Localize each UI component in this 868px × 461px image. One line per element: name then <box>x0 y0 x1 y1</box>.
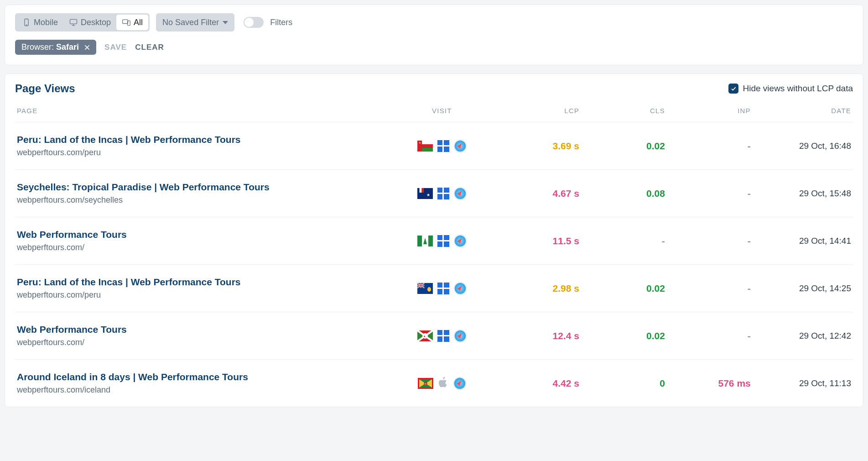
page-views-card: Page Views Hide views without LCP data P… <box>5 73 863 407</box>
safari-icon <box>454 140 467 152</box>
col-date[interactable]: DATE <box>755 107 851 115</box>
page-title-link[interactable]: Around Iceland in 8 days | Web Performan… <box>17 372 386 382</box>
visit-cell <box>390 235 494 247</box>
cls-value: 0.02 <box>584 141 665 152</box>
col-inp[interactable]: INP <box>670 107 751 115</box>
page-url: webperftours.com/iceland <box>17 385 386 395</box>
cls-value: 0.02 <box>584 283 665 294</box>
date-value: 29 Oct, 15:48 <box>755 189 851 199</box>
desktop-icon <box>69 18 78 27</box>
visit-cell <box>390 187 494 200</box>
inp-value: - <box>670 236 751 246</box>
page-cell: Peru: Land of the Incas | Web Performanc… <box>17 134 386 157</box>
filters-toggle[interactable] <box>244 17 264 28</box>
windows-icon <box>437 188 449 199</box>
safari-icon <box>454 330 467 342</box>
windows-icon <box>437 283 449 294</box>
hide-lcp-checkbox[interactable]: Hide views without LCP data <box>728 84 853 94</box>
table-row[interactable]: Around Iceland in 8 days | Web Performan… <box>15 360 853 407</box>
section-header: Page Views Hide views without LCP data <box>15 82 853 95</box>
windows-icon <box>437 330 449 342</box>
page-title-link[interactable]: Peru: Land of the Incas | Web Performanc… <box>17 134 386 145</box>
saved-filter-label: No Saved Filter <box>162 18 219 27</box>
page-title-link[interactable]: Seychelles: Tropical Paradise | Web Perf… <box>17 182 386 193</box>
page-title-link[interactable]: Peru: Land of the Incas | Web Performanc… <box>17 277 386 288</box>
chevron-down-icon <box>223 21 228 24</box>
filter-chip-browser[interactable]: Browser: Safari <box>15 40 96 55</box>
device-tab-desktop[interactable]: Desktop <box>63 15 116 30</box>
visit-cell <box>390 140 494 152</box>
cls-value: 0.02 <box>584 330 665 341</box>
country-flag-icon <box>417 141 433 152</box>
clear-button[interactable]: CLEAR <box>135 43 164 52</box>
inp-value: 576 ms <box>670 378 751 389</box>
cls-value: 0.08 <box>584 188 665 199</box>
filter-chip-value: Safari <box>56 42 79 52</box>
page-cell: Web Performance Tourswebperftours.com/ <box>17 229 386 252</box>
inp-value: - <box>670 141 751 152</box>
visit-cell <box>390 282 494 295</box>
page-url: webperftours.com/seychelles <box>17 195 386 205</box>
table-row[interactable]: Web Performance Tourswebperftours.com/12… <box>15 312 853 360</box>
page-cell: Around Iceland in 8 days | Web Performan… <box>17 372 386 395</box>
col-cls[interactable]: CLS <box>584 107 665 115</box>
lcp-value: 4.42 s <box>498 378 579 389</box>
lcp-value: 3.69 s <box>498 141 579 152</box>
table-row[interactable]: Seychelles: Tropical Paradise | Web Perf… <box>15 170 853 217</box>
visit-cell <box>390 376 494 390</box>
date-value: 29 Oct, 11:13 <box>755 378 851 388</box>
svg-rect-2 <box>70 19 77 24</box>
section-title: Page Views <box>15 82 75 95</box>
country-flag-icon <box>417 283 433 294</box>
filters-toggle-group: Filters <box>244 17 292 28</box>
page-title-link[interactable]: Web Performance Tours <box>17 229 386 240</box>
device-tab-desktop-label: Desktop <box>81 18 111 27</box>
device-tab-mobile-label: Mobile <box>34 18 58 27</box>
device-tab-all[interactable]: All <box>116 15 148 30</box>
date-value: 29 Oct, 12:42 <box>755 331 851 341</box>
apple-icon <box>438 376 449 390</box>
page-title-link[interactable]: Web Performance Tours <box>17 324 386 335</box>
lcp-value: 11.5 s <box>498 236 579 246</box>
page-cell: Peru: Land of the Incas | Web Performanc… <box>17 277 386 300</box>
table-row[interactable]: Peru: Land of the Incas | Web Performanc… <box>15 265 853 312</box>
svg-rect-5 <box>123 20 128 23</box>
col-visit[interactable]: VISIT <box>390 107 494 115</box>
windows-icon <box>437 235 449 247</box>
page-url: webperftours.com/ <box>17 338 386 347</box>
table-row[interactable]: Peru: Land of the Incas | Web Performanc… <box>15 122 853 170</box>
saved-filter-dropdown[interactable]: No Saved Filter <box>156 13 234 31</box>
country-flag-icon <box>417 236 433 246</box>
country-flag-icon <box>418 378 433 389</box>
lcp-value: 2.98 s <box>498 283 579 294</box>
country-flag-icon <box>417 330 433 341</box>
cls-value: - <box>584 236 665 246</box>
table-row[interactable]: Web Performance Tourswebperftours.com/11… <box>15 217 853 265</box>
page-cell: Seychelles: Tropical Paradise | Web Perf… <box>17 182 386 205</box>
date-value: 29 Oct, 14:25 <box>755 283 851 293</box>
inp-value: - <box>670 188 751 199</box>
inp-value: - <box>670 283 751 294</box>
devices-icon <box>122 18 131 27</box>
close-icon[interactable] <box>83 44 91 51</box>
device-segmented-control: Mobile Desktop All <box>15 13 150 31</box>
cls-value: 0 <box>584 378 665 389</box>
windows-icon <box>437 140 449 152</box>
rows-container: Peru: Land of the Incas | Web Performanc… <box>15 122 853 407</box>
safari-icon <box>454 282 467 295</box>
col-page[interactable]: PAGE <box>17 107 386 115</box>
lcp-value: 12.4 s <box>498 330 579 341</box>
save-button[interactable]: SAVE <box>104 43 127 52</box>
column-headers: PAGE VISIT LCP CLS INP DATE <box>15 103 853 122</box>
date-value: 29 Oct, 14:41 <box>755 236 851 246</box>
country-flag-icon <box>417 188 433 199</box>
checkbox-checked-icon <box>728 84 738 94</box>
col-lcp[interactable]: LCP <box>498 107 579 115</box>
page-cell: Web Performance Tourswebperftours.com/ <box>17 324 386 347</box>
inp-value: - <box>670 330 751 341</box>
safari-icon <box>454 235 467 247</box>
page-url: webperftours.com/ <box>17 243 386 252</box>
filter-chip-prefix: Browser: <box>21 42 54 52</box>
device-tab-mobile[interactable]: Mobile <box>16 15 63 30</box>
page-url: webperftours.com/peru <box>17 290 386 300</box>
